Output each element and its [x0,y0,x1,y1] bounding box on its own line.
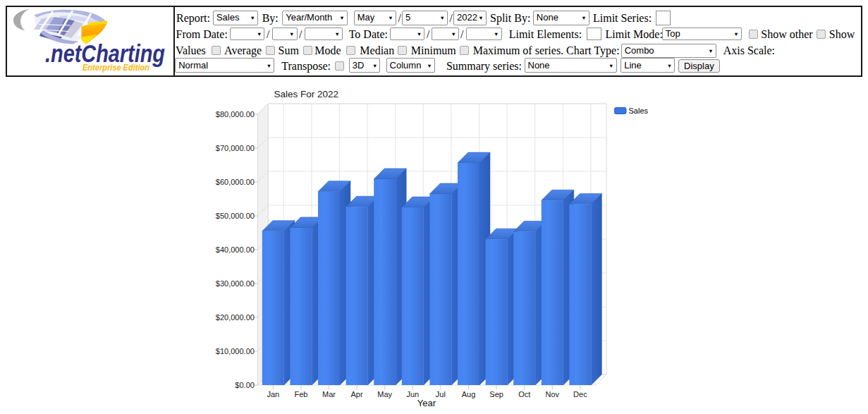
svg-text:$60,000.00: $60,000.00 [216,178,255,186]
svg-text:$10,000.00: $10,000.00 [216,347,255,355]
svg-text:Apr: Apr [351,390,363,398]
svg-text:Year: Year [417,398,436,408]
svg-text:Feb: Feb [294,390,307,398]
svg-text:Dec: Dec [573,390,587,398]
svg-text:$40,000.00: $40,000.00 [216,245,255,254]
svg-text:May: May [377,390,392,398]
svg-text:Nov: Nov [546,390,560,398]
svg-text:Jan: Jan [267,390,279,398]
svg-text:$50,000.00: $50,000.00 [216,212,255,220]
svg-text:$80,000.00: $80,000.00 [216,110,255,118]
svg-text:$70,000.00: $70,000.00 [216,144,255,152]
svg-text:$0.00: $0.00 [235,381,255,389]
svg-text:$20,000.00: $20,000.00 [216,313,255,322]
svg-text:Mar: Mar [322,390,336,398]
svg-text:$30,000.00: $30,000.00 [216,279,255,288]
svg-text:Oct: Oct [518,390,530,398]
svg-text:Aug: Aug [462,390,476,398]
svg-text:Enterprise Edition: Enterprise Edition [82,63,149,73]
svg-text:Jul: Jul [436,390,446,398]
svg-text:Sales For 2022: Sales For 2022 [274,89,339,99]
svg-text:Sep: Sep [489,390,503,398]
svg-text:Sales: Sales [629,106,649,115]
